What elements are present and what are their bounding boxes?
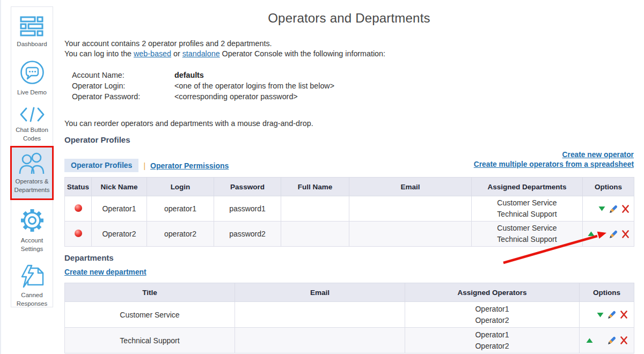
sidebar-item-canned-responses[interactable]: Canned Responses — [11, 264, 53, 308]
sidebar-item-account-settings[interactable]: Account Settings — [11, 208, 53, 253]
sidebar-item-label: Chat Button Codes — [12, 126, 52, 143]
assigned-departments-cell: Customer Service Technical Support — [472, 222, 583, 247]
login-cell: operator2 — [147, 222, 214, 247]
sidebar-item-label: Account Settings — [12, 237, 52, 253]
operators-table: Status Nick Name Login Password Full Nam… — [64, 177, 634, 247]
operator-password-value: <corresponding operator password> — [174, 91, 298, 102]
nick-name-cell: Operator1 — [92, 196, 147, 222]
create-multiple-operators-link[interactable]: Create multiple operators from a spreads… — [474, 160, 634, 168]
sidebar: Dashboard Live Demo Chat Button Codes — [11, 6, 53, 307]
web-based-link[interactable]: web-based — [134, 49, 171, 58]
delete-icon[interactable] — [620, 336, 627, 344]
account-settings-icon — [19, 208, 45, 233]
delete-icon[interactable] — [620, 311, 627, 319]
operator-login-label: Operator Login: — [72, 80, 174, 91]
edit-icon[interactable] — [608, 310, 617, 319]
online-status-icon — [75, 230, 82, 237]
sidebar-item-label: Live Demo — [12, 88, 52, 97]
email-cell — [235, 328, 405, 353]
sidebar-item-dashboard[interactable]: Dashboard — [11, 16, 53, 49]
options-cell — [583, 222, 634, 247]
intro-line-2: You can log into the web-based or standa… — [64, 49, 385, 59]
password-cell: password2 — [214, 222, 281, 247]
departments-heading: Departments — [64, 253, 114, 262]
tab-separator: | — [143, 161, 145, 170]
operator-row-1[interactable]: Operator1 operator1 password1 Customer S… — [65, 196, 634, 222]
col-options: Options — [580, 283, 634, 302]
operator-row-2[interactable]: Operator2 operator2 password2 Customer S… — [65, 222, 634, 247]
login-cell: operator1 — [147, 196, 214, 222]
page-title: Operators and Departments — [64, 11, 634, 26]
online-status-icon — [75, 204, 82, 212]
move-down-icon[interactable] — [598, 206, 605, 211]
options-cell — [580, 328, 634, 353]
delete-icon[interactable] — [622, 230, 629, 238]
departments-table-header-row: Title Email Assigned Operators Options — [65, 283, 634, 302]
account-credentials-block: Account Name: defaults Operator Login: <… — [72, 70, 334, 102]
intro-line-1: Your account contains 2 operator profile… — [64, 39, 385, 49]
create-new-operator-link[interactable]: Create new operator — [562, 151, 634, 159]
window-left-edge — [0, 0, 1, 354]
move-up-icon[interactable] — [588, 231, 595, 237]
operators-departments-icon — [19, 152, 46, 174]
col-options: Options — [583, 178, 634, 196]
options-cell — [583, 196, 634, 222]
full-name-cell — [281, 222, 349, 247]
operator-password-label: Operator Password: — [72, 91, 174, 102]
departments-table: Title Email Assigned Operators Options C… — [64, 283, 634, 353]
assigned-departments-cell: Customer Service Technical Support — [472, 196, 583, 222]
sidebar-item-chat-button-codes[interactable]: Chat Button Codes — [11, 106, 53, 143]
assigned-operators-cell: Operator1 Operator2 — [405, 328, 580, 353]
create-operator-links: Create new operator Create multiple oper… — [474, 150, 634, 169]
operator-password-row: Operator Password: <corresponding operat… — [72, 91, 334, 102]
tab-operator-permissions[interactable]: Operator Permissions — [150, 161, 229, 170]
delete-icon[interactable] — [622, 205, 629, 213]
sidebar-item-operators-departments[interactable]: Operators & Departments — [11, 147, 53, 199]
title-cell: Customer Service — [65, 302, 235, 328]
status-cell — [65, 222, 92, 247]
edit-icon[interactable] — [609, 230, 618, 239]
main-content: Operators and Departments Your account c… — [64, 0, 634, 354]
email-cell — [349, 196, 472, 222]
email-cell — [235, 302, 405, 328]
operator-login-value: <one of the operator logins from the lis… — [174, 80, 334, 91]
col-email: Email — [235, 283, 405, 302]
col-status: Status — [65, 178, 92, 196]
tab-operator-profiles[interactable]: Operator Profiles — [64, 159, 138, 172]
email-cell — [349, 222, 472, 247]
col-assigned-departments: Assigned Departments — [472, 178, 583, 196]
standalone-link[interactable]: standalone — [182, 49, 220, 58]
sidebar-item-label: Dashboard — [12, 40, 52, 49]
status-cell — [65, 196, 92, 222]
title-cell: Technical Support — [65, 328, 235, 353]
nick-name-cell: Operator2 — [92, 222, 147, 247]
full-name-cell — [281, 196, 349, 222]
account-name-row: Account Name: defaults — [72, 70, 334, 80]
department-row-2[interactable]: Technical Support Operator1 Operator2 — [65, 328, 634, 353]
col-nick-name: Nick Name — [92, 178, 147, 196]
operator-tabs: Operator Profiles | Operator Permissions — [64, 159, 229, 172]
reorder-note: You can reorder operators and department… — [64, 119, 313, 128]
operator-profiles-heading: Operator Profiles — [64, 135, 130, 144]
chat-button-codes-icon — [19, 106, 45, 123]
account-name-value: defaults — [174, 70, 204, 80]
edit-icon[interactable] — [608, 336, 617, 345]
col-password: Password — [214, 178, 281, 196]
sidebar-item-label: Canned Responses — [12, 291, 52, 308]
department-row-1[interactable]: Customer Service Operator1 Operator2 — [65, 302, 634, 328]
intro-text: Your account contains 2 operator profile… — [64, 39, 385, 58]
col-assigned-operators: Assigned Operators — [405, 283, 580, 302]
password-cell: password1 — [214, 196, 281, 222]
col-login: Login — [147, 178, 214, 196]
col-full-name: Full Name — [281, 178, 349, 196]
move-up-icon[interactable] — [586, 338, 593, 343]
create-new-department-link[interactable]: Create new department — [64, 268, 147, 276]
sidebar-item-live-demo[interactable]: Live Demo — [11, 60, 53, 97]
canned-responses-icon — [20, 264, 45, 288]
move-down-icon[interactable] — [597, 312, 604, 318]
edit-icon[interactable] — [609, 204, 618, 213]
account-name-label: Account Name: — [72, 70, 174, 80]
dashboard-icon — [20, 16, 45, 37]
options-cell — [580, 302, 634, 328]
assigned-operators-cell: Operator1 Operator2 — [405, 302, 580, 328]
